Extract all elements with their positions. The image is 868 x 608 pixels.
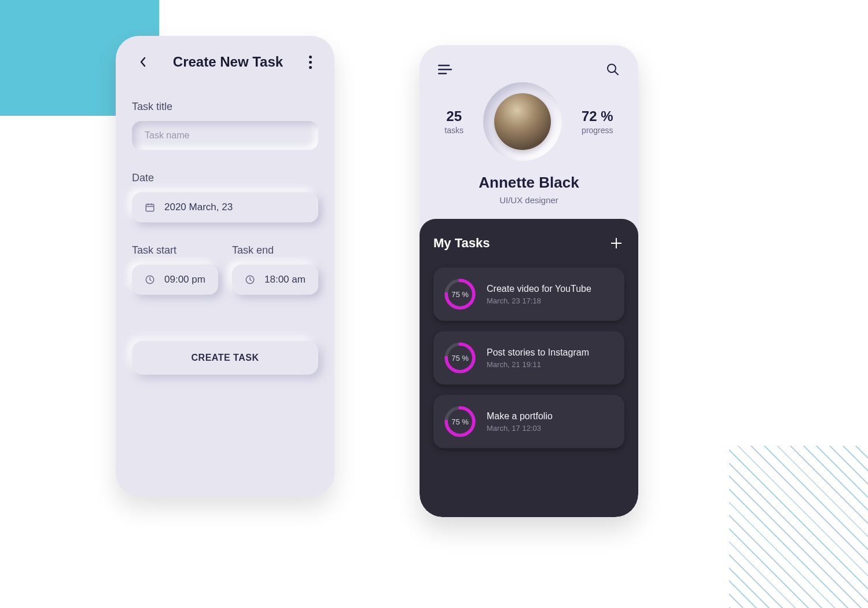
time-row: Task start 09:00 pm Task end 18:00 am	[132, 244, 318, 295]
task-card[interactable]: 75 % Make a portfolio March, 17 12:03	[433, 395, 624, 448]
chevron-left-icon	[139, 57, 147, 67]
search-icon	[606, 63, 619, 76]
date-group: Date 2020 March, 23	[132, 172, 318, 222]
create-task-button[interactable]: CREATE TASK	[132, 341, 318, 375]
avatar-ring	[483, 82, 562, 161]
dot-icon	[309, 66, 312, 69]
dot-icon	[309, 56, 312, 58]
date-label: Date	[132, 172, 318, 184]
task-title-input[interactable]	[145, 130, 306, 141]
task-info: Make a portfolio March, 17 12:03	[487, 411, 553, 433]
task-title: Make a portfolio	[487, 411, 553, 422]
task-title-group: Task title	[132, 101, 318, 150]
menu-button[interactable]	[437, 61, 453, 78]
dot-icon	[309, 61, 312, 64]
profile-stats-row: 25 tasks 72 % progress	[420, 82, 638, 161]
task-info: Create video for YouTube March, 23 17:18	[487, 284, 591, 305]
task-start-picker[interactable]: 09:00 pm	[132, 265, 218, 295]
svg-line-10	[615, 72, 619, 75]
add-task-button[interactable]	[608, 235, 624, 251]
task-info: Post stories to Instagram March, 21 19:1…	[487, 347, 589, 369]
task-date: March, 23 17:18	[487, 296, 591, 305]
tasks-header: My Tasks	[433, 235, 624, 251]
task-end-value: 18:00 am	[264, 274, 306, 285]
svg-rect-0	[146, 204, 154, 211]
task-start-label: Task start	[132, 244, 218, 257]
page-title: Create New Task	[173, 54, 283, 70]
back-button[interactable]	[134, 53, 152, 71]
tasks-title: My Tasks	[433, 236, 490, 251]
tasks-stat: 25 tasks	[444, 108, 464, 135]
task-date: March, 17 12:03	[487, 424, 553, 433]
task-card[interactable]: 75 % Create video for YouTube March, 23 …	[433, 268, 624, 321]
task-end-label: Task end	[232, 244, 318, 257]
task-date: March, 21 19:11	[487, 360, 589, 369]
clock-icon	[145, 274, 155, 285]
task-title-input-wrap[interactable]	[132, 121, 318, 150]
plus-icon	[610, 237, 623, 250]
task-end-group: Task end 18:00 am	[232, 244, 318, 295]
task-pct: 75 %	[444, 342, 476, 374]
tasks-count: 25	[444, 108, 464, 124]
task-start-group: Task start 09:00 pm	[132, 244, 218, 295]
tasks-label: tasks	[444, 126, 464, 135]
search-button[interactable]	[605, 61, 621, 78]
header: Create New Task	[132, 53, 318, 71]
task-title-label: Task title	[132, 101, 318, 113]
more-button[interactable]	[304, 53, 316, 71]
tasks-panel: My Tasks 75 % Create video for YouTube M…	[420, 219, 638, 517]
task-start-value: 09:00 pm	[164, 274, 205, 285]
header	[420, 45, 638, 85]
clock-icon	[245, 274, 255, 285]
progress-stat: 72 % progress	[582, 108, 613, 135]
task-title: Post stories to Instagram	[487, 347, 589, 358]
progress-label: progress	[582, 126, 613, 135]
calendar-icon	[145, 202, 155, 213]
profile-role: UI/UX designer	[420, 195, 638, 205]
progress-ring: 75 %	[444, 342, 476, 374]
task-title: Create video for YouTube	[487, 284, 591, 294]
progress-value: 72 %	[582, 108, 613, 124]
avatar[interactable]	[494, 93, 551, 150]
date-value: 2020 March, 23	[164, 202, 233, 213]
profile-tasks-screen: 25 tasks 72 % progress Annette Black UI/…	[420, 45, 638, 517]
task-pct: 75 %	[444, 278, 476, 310]
profile-name: Annette Black	[420, 174, 638, 192]
date-picker[interactable]: 2020 March, 23	[132, 192, 318, 222]
task-card[interactable]: 75 % Post stories to Instagram March, 21…	[433, 331, 624, 384]
progress-ring: 75 %	[444, 405, 476, 438]
decorative-diagonal-lines	[729, 446, 868, 608]
menu-icon	[438, 64, 452, 75]
task-pct: 75 %	[444, 405, 476, 438]
create-task-screen: Create New Task Task title Date 2020 Mar…	[116, 36, 334, 496]
task-end-picker[interactable]: 18:00 am	[232, 265, 318, 295]
progress-ring: 75 %	[444, 278, 476, 310]
